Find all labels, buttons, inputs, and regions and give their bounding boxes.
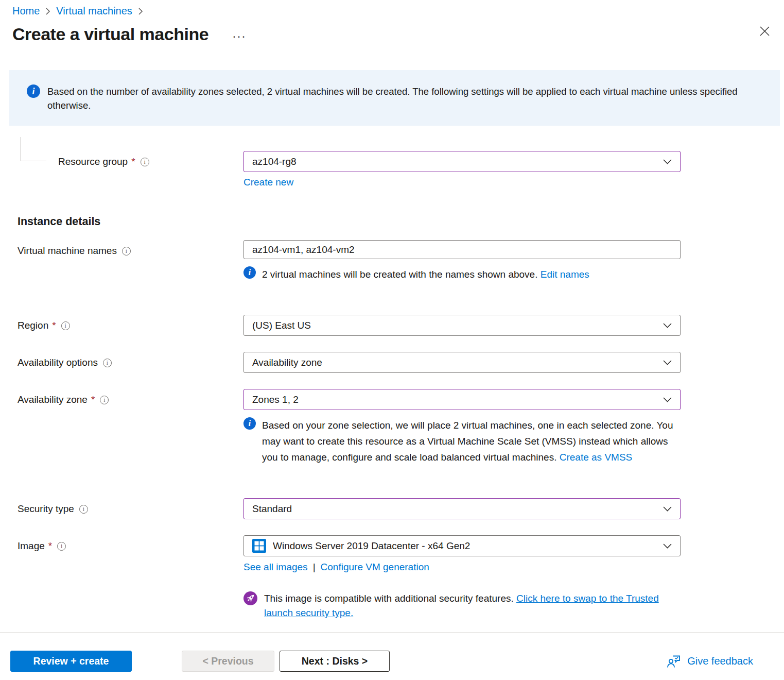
info-icon: i (243, 266, 256, 279)
vm-names-info-text: 2 virtual machines will be created with … (262, 269, 537, 280)
availability-options-row: Availability options i Availability zone (18, 352, 784, 373)
create-as-vmss-link[interactable]: Create as VMSS (560, 452, 633, 463)
wizard-footer: Review + create < Previous Next : Disks … (0, 632, 784, 672)
image-value: Windows Server 2019 Datacenter - x64 Gen… (273, 540, 658, 552)
info-banner-text: Based on the number of availability zone… (47, 84, 759, 112)
availability-zone-label: Availability zone * i (18, 389, 243, 405)
region-select[interactable]: (US) East US (243, 315, 681, 336)
breadcrumb: Home Virtual machines (0, 0, 784, 17)
region-label-text: Region (18, 320, 48, 331)
availability-options-select[interactable]: Availability zone (243, 352, 681, 373)
chevron-down-icon (663, 159, 672, 164)
info-icon: i (27, 84, 40, 98)
see-all-images-link[interactable]: See all images (243, 562, 308, 573)
page-header: Create a virtual machine ··· (0, 17, 784, 44)
resource-group-row: Resource group * i az104-rg8 Create new (18, 151, 784, 188)
security-type-value: Standard (252, 503, 658, 515)
image-label-text: Image (18, 540, 45, 552)
info-banner: i Based on the number of availability zo… (9, 70, 780, 126)
availability-zone-info: i Based on your zone selection, we will … (243, 417, 681, 465)
indent-connector (21, 137, 46, 161)
feedback-icon (667, 655, 681, 668)
required-asterisk: * (91, 394, 95, 405)
info-tooltip-icon[interactable]: i (79, 505, 88, 514)
rocket-icon (243, 591, 257, 605)
resource-group-value: az104-rg8 (252, 156, 658, 167)
next-disks-button[interactable]: Next : Disks > (280, 651, 390, 672)
create-new-link[interactable]: Create new (243, 177, 293, 188)
availability-options-value: Availability zone (252, 357, 658, 368)
region-value: (US) East US (252, 320, 658, 331)
chevron-down-icon (663, 506, 672, 512)
configure-vm-generation-link[interactable]: Configure VM generation (321, 562, 429, 573)
vm-names-row: Virtual machine names i i 2 virtual mach… (18, 240, 784, 282)
required-asterisk: * (52, 320, 56, 331)
security-type-row: Security type i Standard (18, 498, 784, 519)
chevron-right-icon (45, 7, 50, 15)
security-type-label: Security type i (18, 498, 243, 515)
previous-button[interactable]: < Previous (182, 651, 274, 672)
give-feedback-button[interactable]: Give feedback (667, 655, 753, 668)
info-tooltip-icon[interactable]: i (122, 247, 131, 256)
chevron-right-icon (138, 7, 143, 15)
vm-names-input[interactable] (243, 240, 681, 259)
resource-group-label-text: Resource group (58, 156, 128, 167)
availability-options-label-text: Availability options (18, 357, 98, 368)
instance-details-heading: Instance details (18, 215, 784, 228)
availability-options-label: Availability options i (18, 352, 243, 368)
info-tooltip-icon[interactable]: i (57, 542, 66, 551)
chevron-down-icon (663, 323, 672, 328)
info-tooltip-icon[interactable]: i (100, 396, 109, 404)
region-label: Region * i (18, 315, 243, 331)
image-security-note: This image is compatible with additional… (243, 591, 681, 620)
image-label: Image * i (18, 535, 243, 552)
vm-names-label: Virtual machine names i (18, 240, 243, 257)
required-asterisk: * (131, 156, 135, 167)
resource-group-label: Resource group * i (18, 151, 243, 167)
chevron-down-icon (663, 360, 672, 365)
page-title: Create a virtual machine (12, 24, 208, 44)
availability-zone-select[interactable]: Zones 1, 2 (243, 389, 681, 410)
image-note-text: This image is compatible with additional… (264, 593, 514, 604)
breadcrumb-home-link[interactable]: Home (12, 5, 40, 17)
required-asterisk: * (48, 540, 52, 552)
close-icon[interactable] (757, 23, 772, 39)
links-divider: | (313, 562, 316, 573)
security-type-label-text: Security type (18, 503, 74, 515)
chevron-down-icon (663, 397, 672, 402)
review-create-button[interactable]: Review + create (10, 651, 132, 672)
region-row: Region * i (US) East US (18, 315, 784, 336)
vm-names-label-text: Virtual machine names (18, 245, 117, 257)
windows-logo-icon (252, 539, 266, 553)
availability-zone-label-text: Availability zone (18, 394, 88, 405)
give-feedback-label: Give feedback (687, 655, 753, 667)
info-tooltip-icon[interactable]: i (103, 359, 112, 367)
resource-group-select[interactable]: az104-rg8 (243, 151, 681, 172)
security-type-select[interactable]: Standard (243, 498, 681, 519)
info-tooltip-icon[interactable]: i (61, 321, 70, 330)
image-row: Image * i Windows Server 2019 Datacenter… (18, 535, 784, 620)
info-icon: i (243, 417, 256, 430)
breadcrumb-virtual-machines-link[interactable]: Virtual machines (56, 5, 132, 17)
info-tooltip-icon[interactable]: i (141, 158, 149, 166)
vm-names-info: i 2 virtual machines will be created wit… (243, 266, 681, 282)
availability-zone-value: Zones 1, 2 (252, 394, 658, 405)
availability-zone-row: Availability zone * i Zones 1, 2 i Based… (18, 389, 784, 465)
image-select[interactable]: Windows Server 2019 Datacenter - x64 Gen… (243, 535, 681, 556)
edit-names-link[interactable]: Edit names (541, 269, 589, 280)
more-options-button[interactable]: ··· (232, 29, 246, 43)
chevron-down-icon (663, 543, 672, 549)
